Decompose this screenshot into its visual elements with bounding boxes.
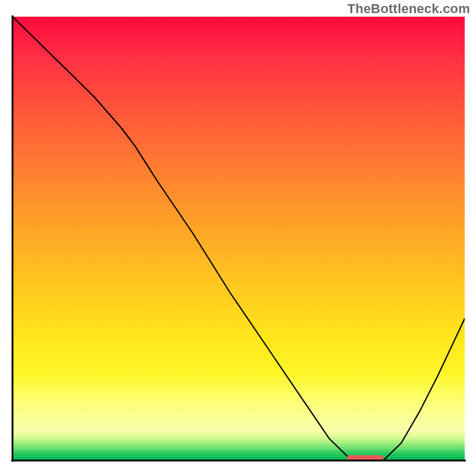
bottleneck-curve xyxy=(12,17,465,461)
watermark-text: TheBottleneck.com xyxy=(347,1,470,17)
optimal-marker xyxy=(347,455,383,461)
plot-area xyxy=(12,17,465,461)
chart-svg-overlay xyxy=(12,17,465,461)
chart-frame: TheBottleneck.com xyxy=(0,0,476,476)
